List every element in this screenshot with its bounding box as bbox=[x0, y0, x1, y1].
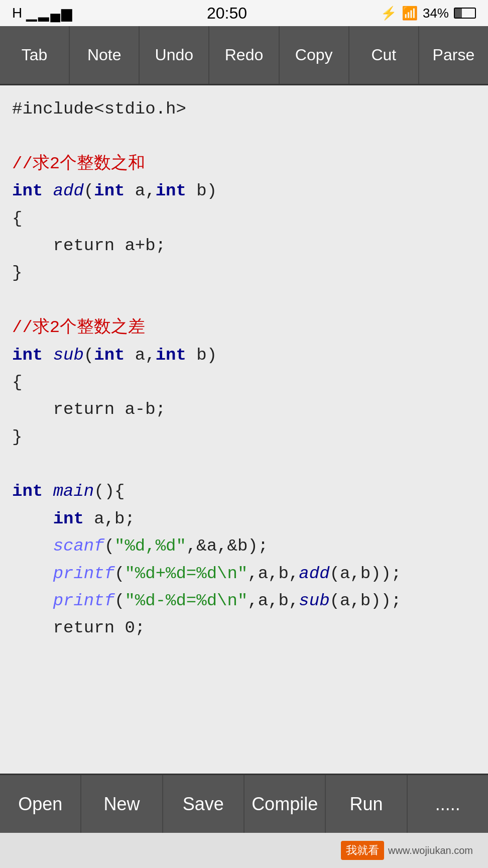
code-line-3: int add(int a,int b) bbox=[12, 177, 476, 204]
code-line-8: { bbox=[12, 369, 476, 396]
code-line-12: int a,b; bbox=[12, 505, 476, 532]
note-button[interactable]: Note bbox=[70, 26, 140, 84]
code-line-16: return 0; bbox=[12, 614, 476, 641]
parse-button[interactable]: Parse bbox=[419, 26, 488, 84]
charging-icon: ⚡ bbox=[381, 6, 397, 21]
code-line-blank-2 bbox=[12, 287, 476, 314]
carrier-label: H bbox=[12, 5, 22, 21]
redo-button[interactable]: Redo bbox=[209, 26, 279, 84]
save-button[interactable]: Save bbox=[163, 775, 245, 833]
code-line-11: int main(){ bbox=[12, 478, 476, 505]
code-line-10: } bbox=[12, 423, 476, 451]
status-right: ⚡ 📶 34% bbox=[381, 6, 476, 21]
status-left: H ▁▂▄▆ bbox=[12, 5, 73, 22]
undo-button[interactable]: Undo bbox=[140, 26, 209, 84]
status-bar: H ▁▂▄▆ 20:50 ⚡ 📶 34% bbox=[0, 0, 488, 26]
code-line-comment-1: //求2个整数之和 bbox=[12, 150, 476, 177]
code-line-1: #include<stdio.h> bbox=[12, 95, 476, 123]
code-line-5: return a+b; bbox=[12, 232, 476, 259]
watermark-label: 我就看 bbox=[341, 841, 384, 860]
wifi-icon: 📶 bbox=[402, 6, 418, 21]
code-line-6: } bbox=[12, 259, 476, 286]
watermark-content: 我就看 www.wojiukan.com bbox=[341, 841, 473, 860]
code-line-7: int sub(int a,int b) bbox=[12, 342, 476, 369]
cut-button[interactable]: Cut bbox=[349, 26, 419, 84]
code-line-4: { bbox=[12, 205, 476, 232]
code-line-blank-3 bbox=[12, 451, 476, 478]
toolbar: Tab Note Undo Redo Copy Cut Parse bbox=[0, 26, 488, 85]
more-button[interactable]: ..... bbox=[408, 775, 488, 833]
run-button[interactable]: Run bbox=[326, 775, 407, 833]
bottom-bar: Open New Save Compile Run ..... bbox=[0, 774, 488, 833]
watermark-url: www.wojiukan.com bbox=[388, 845, 473, 856]
copy-button[interactable]: Copy bbox=[280, 26, 349, 84]
signal-icon: ▁▂▄▆ bbox=[26, 5, 73, 22]
clock: 20:50 bbox=[207, 4, 247, 23]
code-line-14: printf("%d+%d=%d\n",a,b,add(a,b)); bbox=[12, 560, 476, 587]
new-button[interactable]: New bbox=[81, 775, 163, 833]
code-editor[interactable]: #include<stdio.h> //求2个整数之和 int add(int … bbox=[0, 85, 488, 774]
battery-label: 34% bbox=[423, 6, 449, 21]
code-line-blank-1 bbox=[12, 123, 476, 150]
code-line-15: printf("%d-%d=%d\n",a,b,sub(a,b)); bbox=[12, 587, 476, 614]
code-line-13: scanf("%d,%d",&a,&b); bbox=[12, 532, 476, 560]
compile-button[interactable]: Compile bbox=[245, 775, 326, 833]
tab-button[interactable]: Tab bbox=[0, 26, 70, 84]
open-button[interactable]: Open bbox=[0, 775, 81, 833]
code-line-9: return a-b; bbox=[12, 396, 476, 423]
watermark: 我就看 www.wojiukan.com bbox=[0, 833, 488, 868]
battery-icon bbox=[454, 8, 476, 19]
code-line-comment-2: //求2个整数之差 bbox=[12, 314, 476, 341]
